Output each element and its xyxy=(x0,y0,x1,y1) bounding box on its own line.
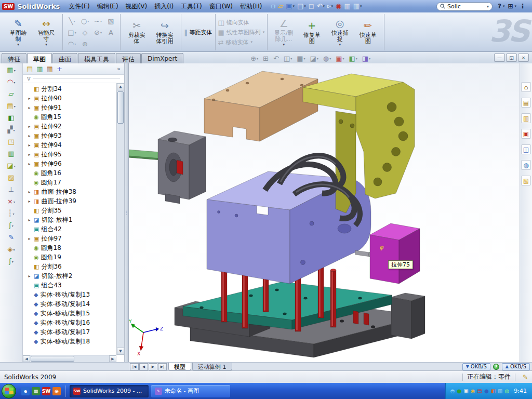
tree-item[interactable]: ◧分割36 xyxy=(27,262,116,271)
sketch-tool-button[interactable]: ▦▾ xyxy=(7,66,15,74)
plane-tool-button[interactable]: ▱ xyxy=(9,90,14,98)
menu-item-3[interactable]: 插入(I) xyxy=(151,1,177,12)
tray-ime-icon[interactable]: ▥ xyxy=(498,389,502,394)
tab-0[interactable]: 特征 xyxy=(2,53,26,63)
configurationmanager-tab-icon[interactable]: ▦ xyxy=(47,65,53,73)
expand-icon[interactable]: ▸ xyxy=(27,143,32,148)
expand-icon[interactable]: ▸ xyxy=(27,162,32,166)
display-delete-relations-button[interactable]: ∠显示/删除几...▾ xyxy=(270,17,297,47)
zoom-fit-button[interactable]: ⊕▾ xyxy=(250,55,258,62)
tree-item[interactable]: ◉圆角17 xyxy=(27,178,116,187)
tree-item[interactable]: ▸◨曲面-拉伸38 xyxy=(27,187,116,196)
dropdown-icon[interactable]: ▾ xyxy=(12,212,14,216)
dropdown-icon[interactable]: ▾ xyxy=(369,57,370,60)
tree-horizontal-scrollbar[interactable]: ◀ ▶ xyxy=(23,355,116,362)
show-desktop-icon[interactable]: ▦ xyxy=(32,387,40,395)
dropdown-icon[interactable]: ▾ xyxy=(283,43,285,47)
open-document-button[interactable]: ▱ xyxy=(277,2,284,10)
tree-item[interactable]: ◆实体-移动/复制17 xyxy=(27,327,116,337)
close-button[interactable]: × xyxy=(518,54,529,62)
help-badge[interactable]: ? xyxy=(493,364,499,370)
tree-item[interactable]: ▣组合43 xyxy=(27,281,116,290)
dropdown-icon[interactable]: ▾ xyxy=(303,57,305,60)
vertical-scroll-thumb[interactable] xyxy=(117,91,124,124)
dropdown-icon[interactable]: ▾ xyxy=(14,104,16,108)
annotation-tool-button[interactable]: ✎ xyxy=(8,233,14,242)
tree-filter[interactable]: ∇ xyxy=(23,75,124,83)
dropdown-icon[interactable]: ▾ xyxy=(317,57,318,60)
expand-icon[interactable]: ▸ xyxy=(27,236,32,241)
tree-item[interactable]: ◆实体-移动/复制18 xyxy=(27,337,116,346)
search-input[interactable]: Solic xyxy=(447,3,485,10)
mirror-entities-button[interactable]: ◫镜向实体 xyxy=(218,19,265,26)
panel-splitter[interactable]: ⋮ xyxy=(125,63,129,362)
dropdown-icon[interactable]: ▾ xyxy=(342,57,344,60)
dropdown-icon[interactable]: ▾ xyxy=(13,248,15,251)
dropdown-icon[interactable]: ▾ xyxy=(13,128,15,132)
toolbox-button[interactable]: ▣ xyxy=(521,129,531,139)
tree-item[interactable]: ▸◨曲面-拉伸39 xyxy=(27,196,116,206)
previous-view-button[interactable]: ↶ xyxy=(273,55,279,62)
study-nav-1[interactable]: ◀ xyxy=(139,363,148,370)
spline-tool[interactable]: ~▾ xyxy=(91,15,104,26)
tree-item[interactable]: ◉圆角18 xyxy=(27,243,116,252)
dropdown-icon[interactable]: ▾ xyxy=(304,4,306,8)
dropdown-icon[interactable]: ▾ xyxy=(45,43,47,47)
study-tab-0[interactable]: 模型 xyxy=(168,363,191,370)
extrude75-part[interactable]: φ xyxy=(370,223,420,284)
tree-item[interactable]: ▸▣拉伸95 xyxy=(27,150,116,159)
custom-properties-button[interactable]: ▧ xyxy=(521,176,531,185)
tree-item[interactable]: ◆实体-移动/复制14 xyxy=(27,299,116,309)
dropdown-icon[interactable]: ▾ xyxy=(514,4,516,8)
home-button[interactable]: ⌂ xyxy=(521,82,531,92)
zoom-area-button[interactable]: ⊞ xyxy=(263,55,269,62)
dropdown-icon[interactable]: ▾ xyxy=(14,81,15,84)
tray-network-icon[interactable]: ◓ xyxy=(450,389,455,394)
dropdown-icon[interactable]: ▾ xyxy=(14,69,16,72)
menu-item-0[interactable]: 文件(F) xyxy=(65,1,93,12)
apply-scene-button[interactable]: ◧▾ xyxy=(349,55,357,62)
study-nav-3[interactable]: ▶| xyxy=(158,363,167,370)
tree-item[interactable]: ▸◪切除-放样1 xyxy=(27,215,116,224)
study-nav-0[interactable]: |◀ xyxy=(130,363,139,370)
palette-button[interactable]: ◫ xyxy=(521,144,531,154)
dropdown-icon[interactable]: ▾ xyxy=(293,4,295,8)
scroll-up-button[interactable]: ▲ xyxy=(117,83,124,90)
smart-dimension-button[interactable]: ↔智能尺寸▾ xyxy=(33,17,60,47)
tree-item[interactable]: ◉圆角15 xyxy=(27,112,116,122)
menu-item-5[interactable]: 窗口(W) xyxy=(206,1,236,12)
clamp-plate-part[interactable] xyxy=(204,71,318,141)
line-tool[interactable]: ╲▾ xyxy=(65,15,78,26)
section-view-button[interactable]: ◫▾ xyxy=(284,55,292,62)
dropdown-icon[interactable]: ▾ xyxy=(331,4,334,8)
save-button[interactable]: ▣▾ xyxy=(285,2,296,10)
dropdown-icon[interactable]: ▾ xyxy=(356,57,357,60)
expand-panel-icon[interactable]: » xyxy=(117,65,121,72)
tree-item[interactable]: ▸◪切除-放样2 xyxy=(27,271,116,281)
construction-geometry-tool[interactable]: ▧ xyxy=(104,15,117,26)
support-block-part[interactable] xyxy=(391,293,425,339)
reference-geometry-button[interactable]: ⊥ xyxy=(8,185,14,194)
study-tab-1[interactable]: 运动算例 1 xyxy=(192,363,232,370)
dropdown-icon[interactable]: ▾ xyxy=(14,164,16,168)
expand-icon[interactable]: ▸ xyxy=(27,96,32,101)
star-tool-button[interactable]: ◈▾ xyxy=(7,245,15,254)
hide-show-items-button[interactable]: ◍▾ xyxy=(323,55,331,62)
scroll-down-button[interactable]: ▼ xyxy=(117,348,124,355)
pattern-tool-button[interactable]: ▞▾ xyxy=(7,126,15,134)
linear-sketch-pattern-button[interactable]: ▦线性草图阵列▾ xyxy=(218,29,265,36)
tab-3[interactable]: 模具工具 xyxy=(78,53,115,63)
options-button[interactable]: ▦▾ xyxy=(352,2,363,10)
task-solidworks[interactable]: SWSolidWorks 2009 - ... xyxy=(70,385,149,397)
convert-entities-button[interactable]: ↪转换实体引用 xyxy=(151,19,178,45)
tree-item[interactable]: ▸▣拉伸91 xyxy=(27,103,116,112)
tree-item[interactable]: ▸▣拉伸96 xyxy=(27,159,116,168)
tree-item[interactable]: ▸▣拉伸90 xyxy=(27,94,116,103)
revolve-tool-button[interactable]: ◧ xyxy=(8,114,14,122)
view-orientation-button[interactable]: ▦▾ xyxy=(297,55,305,62)
expand-icon[interactable]: ▸ xyxy=(27,218,32,222)
tree-item[interactable]: ◆实体-移动/复制13 xyxy=(27,290,116,299)
internet-explorer-icon[interactable]: e xyxy=(21,387,30,395)
dropdown-icon[interactable]: ▾ xyxy=(503,4,505,8)
rib-tool-button[interactable]: ▨ xyxy=(8,174,14,182)
